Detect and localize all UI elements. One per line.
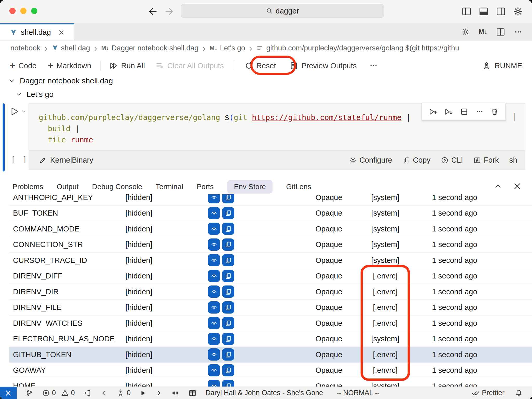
env-var-row[interactable]: DIRENV_DIR [hidden] Opaque [.envrc] 1 se… (9, 284, 532, 300)
panel-tab-gitlens[interactable]: GitLens (286, 180, 311, 194)
toggle-sidebar-right-icon[interactable] (496, 7, 506, 16)
toggle-panel-icon[interactable] (479, 7, 488, 16)
window-minimize-button[interactable] (20, 8, 26, 14)
preview-outputs-button[interactable]: Preview Outputs (289, 61, 357, 70)
split-cell-icon[interactable] (460, 107, 469, 116)
env-var-row[interactable]: ANTHROPIC_API_KEY [hidden] Opaque [syste… (9, 194, 532, 205)
reveal-secret-button[interactable] (208, 348, 220, 361)
copy-cell-button[interactable]: Copy (403, 156, 431, 164)
panel-maximize-chevron-icon[interactable] (494, 182, 502, 191)
cli-button[interactable]: CLI (441, 156, 463, 164)
navigate-forward-status[interactable] (155, 389, 162, 397)
reveal-secret-button[interactable] (208, 380, 220, 387)
reveal-secret-button[interactable] (208, 333, 220, 345)
env-var-row[interactable]: ELECTRON_RUN_AS_NODE [hidden] Opaque [sy… (9, 331, 532, 347)
env-var-row[interactable]: GITHUB_TOKEN [hidden] Opaque [.envrc] 1 … (9, 347, 532, 363)
panel-tab-output[interactable]: Output (57, 180, 78, 194)
reveal-secret-button[interactable] (208, 285, 220, 298)
env-var-row[interactable]: CONNECTION_STR [hidden] Opaque [system] … (9, 237, 532, 253)
breadcrumb-section[interactable]: Dagger notebook shell.dag (111, 44, 198, 52)
breadcrumb-file[interactable]: shell.dag (61, 44, 90, 52)
copy-secret-button[interactable] (222, 333, 234, 345)
window-zoom-button[interactable] (31, 8, 37, 14)
run-options-chevron-icon[interactable] (21, 109, 26, 114)
reveal-secret-button[interactable] (208, 317, 220, 329)
panel-tab-env-store[interactable]: Env Store (227, 180, 273, 194)
env-var-row[interactable]: GOAWAY [hidden] Opaque [.envrc] 1 second… (9, 363, 532, 378)
copy-secret-button[interactable] (222, 301, 234, 314)
breadcrumb-cell[interactable]: github.com/purpleclay/daggerverse/golang… (266, 44, 459, 52)
navigate-back-status[interactable] (100, 389, 108, 397)
toggle-sidebar-left-icon[interactable] (462, 7, 471, 16)
forward-button[interactable] (164, 6, 175, 17)
run-cell-button[interactable] (8, 106, 26, 117)
toolbar-more-button[interactable] (369, 62, 378, 70)
copy-secret-button[interactable] (222, 317, 234, 329)
env-var-row[interactable]: DIRENV_FILE [hidden] Opaque [.envrc] 1 s… (9, 300, 532, 316)
env-var-row[interactable]: DIRENV_WATCHES [hidden] Opaque [.envrc] … (9, 315, 532, 331)
add-code-cell-button[interactable]: + Code (10, 61, 36, 70)
configure-button[interactable]: Configure (349, 156, 392, 164)
reveal-secret-button[interactable] (208, 207, 220, 219)
panel-tab-problems[interactable]: Problems (12, 180, 43, 194)
remote-indicator[interactable] (0, 387, 17, 399)
breadcrumb-notebook[interactable]: notebook (10, 44, 40, 52)
outline-subsection[interactable]: Let's go (15, 89, 54, 100)
copy-secret-button[interactable] (222, 207, 234, 219)
execute-above-icon[interactable] (428, 107, 438, 116)
fork-button[interactable]: Fork (473, 156, 499, 164)
env-var-row[interactable]: CURSOR_TRACE_ID [hidden] Opaque [system]… (9, 252, 532, 268)
editor-settings-gear-icon[interactable] (462, 28, 470, 36)
problems-status[interactable]: 0 0 (42, 389, 75, 397)
focus-session-status[interactable] (84, 389, 91, 397)
delete-cell-icon[interactable] (490, 107, 499, 116)
copy-secret-button[interactable] (222, 285, 234, 298)
runme-button[interactable]: RUNME (482, 61, 522, 70)
panel-close-icon[interactable] (513, 182, 522, 191)
source-control-status[interactable] (25, 389, 33, 397)
add-markdown-cell-button[interactable]: + Markdown (48, 61, 91, 70)
settings-gear-icon[interactable] (513, 7, 523, 16)
broadcast-status[interactable]: 0 (116, 389, 131, 397)
reveal-secret-button[interactable] (208, 223, 220, 235)
clear-all-outputs-button[interactable]: Clear All Outputs (155, 61, 224, 70)
run-all-button[interactable]: Run All (109, 61, 145, 70)
copy-secret-button[interactable] (222, 348, 234, 361)
command-center-search[interactable]: dagger (181, 4, 384, 18)
notifications-status[interactable] (515, 389, 523, 397)
copy-secret-button[interactable] (222, 270, 234, 282)
reveal-secret-button[interactable] (208, 270, 220, 282)
env-var-row[interactable]: COMMAND_MODE [hidden] Opaque [system] 1 … (9, 221, 532, 237)
copy-secret-button[interactable] (222, 254, 234, 266)
panel-tab-terminal[interactable]: Terminal (156, 180, 183, 194)
tab-close-icon[interactable] (58, 29, 64, 36)
panel-tab-ports[interactable]: Ports (197, 180, 214, 194)
tab-shell-dag[interactable]: shell.dag (0, 23, 74, 40)
reveal-secret-button[interactable] (208, 301, 220, 314)
env-var-row[interactable]: BUF_TOKEN [hidden] Opaque [system] 1 sec… (9, 205, 532, 221)
env-var-row[interactable]: HOME [hidden] Opaque [system] 1 second a… (9, 378, 532, 387)
play-status[interactable] (139, 390, 146, 396)
markdown-export-icon[interactable]: M↓ (479, 28, 487, 36)
more-actions-icon[interactable] (514, 28, 523, 36)
reveal-secret-button[interactable] (208, 364, 220, 376)
copy-secret-button[interactable] (222, 380, 234, 387)
outline-section[interactable]: Dagger notebook shell.dag (8, 75, 113, 86)
formatter-status[interactable]: Prettier (471, 389, 504, 397)
copy-secret-button[interactable] (222, 364, 234, 376)
kernel-binary-button[interactable]: KernelBinary (39, 156, 93, 164)
reveal-secret-button[interactable] (208, 238, 220, 251)
now-playing-status[interactable] (188, 389, 197, 397)
reveal-secret-button[interactable] (208, 254, 220, 266)
copy-secret-button[interactable] (222, 194, 234, 203)
reveal-secret-button[interactable] (208, 194, 220, 203)
back-button[interactable] (147, 6, 158, 17)
window-close-button[interactable] (9, 8, 16, 14)
reset-button[interactable]: Reset (244, 61, 276, 70)
copy-secret-button[interactable] (222, 238, 234, 251)
cell-more-actions-icon[interactable] (475, 107, 484, 116)
panel-tab-debug-console[interactable]: Debug Console (92, 180, 142, 194)
copy-secret-button[interactable] (222, 223, 234, 235)
cell-language-indicator[interactable]: sh (509, 156, 517, 164)
execute-below-icon[interactable] (444, 107, 453, 116)
